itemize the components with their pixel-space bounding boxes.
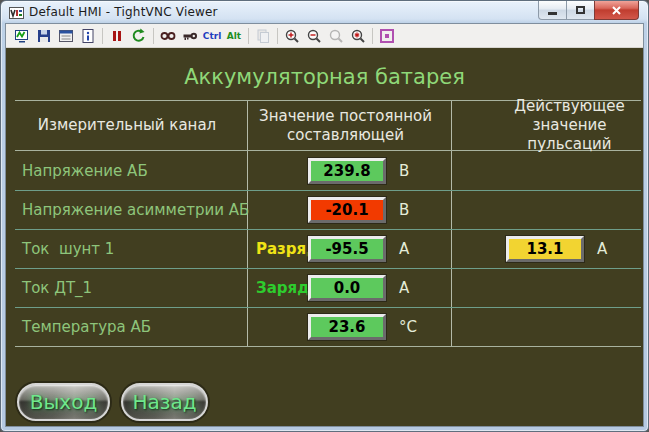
table-row: Напряжение АБ 239.8 В bbox=[15, 151, 641, 190]
info-icon bbox=[80, 28, 96, 44]
unit-label: °С bbox=[399, 318, 417, 336]
unit-label: А bbox=[399, 279, 409, 297]
send-ctrl-esc-button[interactable] bbox=[179, 26, 201, 46]
header-channel: Измерительный канал bbox=[15, 101, 248, 150]
back-button-label: Назад bbox=[133, 390, 197, 414]
maximize-button[interactable] bbox=[567, 1, 594, 20]
maximize-icon bbox=[576, 6, 585, 14]
dc-value: -20.1 bbox=[325, 201, 368, 219]
refresh-icon bbox=[131, 28, 147, 44]
dc-value: 23.6 bbox=[328, 318, 365, 336]
close-icon bbox=[611, 5, 622, 16]
full-screen-button[interactable] bbox=[376, 26, 398, 46]
alt-toggle-button[interactable]: Alt bbox=[223, 26, 245, 46]
ctrl-esc-icon bbox=[182, 28, 198, 44]
ripple-value: 13.1 bbox=[526, 240, 563, 258]
zoom-auto-icon bbox=[350, 28, 366, 44]
state-label: Заряд bbox=[256, 279, 308, 297]
transfer-files-button bbox=[252, 26, 274, 46]
toolbar: Ctrl Alt bbox=[6, 24, 643, 48]
transfer-files-icon bbox=[255, 28, 271, 44]
dc-value-box: -95.5 bbox=[308, 236, 386, 262]
measurement-table: Измерительный канал Значение постоянной … bbox=[15, 100, 641, 347]
tightvnc-app-icon bbox=[9, 5, 24, 19]
channel-label: Ток шунт 1 bbox=[15, 240, 114, 258]
toolbar-separator bbox=[372, 28, 373, 44]
exit-button[interactable]: Выход bbox=[17, 383, 110, 421]
zoom-out-icon bbox=[306, 28, 322, 44]
tightvnc-window: Default HMI - TightVNC Viewer bbox=[0, 0, 649, 432]
navigation-buttons: Выход Назад bbox=[17, 383, 208, 421]
dc-value: 239.8 bbox=[323, 162, 370, 180]
zoom-out-button[interactable] bbox=[303, 26, 325, 46]
connection-info-button[interactable] bbox=[77, 26, 99, 46]
new-connection-icon bbox=[14, 28, 30, 44]
hmi-screen: Аккумуляторная батарея Измерительный кан… bbox=[6, 49, 643, 426]
channel-label: Напряжение асимметрии АБ bbox=[15, 201, 249, 219]
dc-value-box: 239.8 bbox=[308, 158, 386, 184]
zoom-in-icon bbox=[284, 28, 300, 44]
toolbar-separator bbox=[153, 28, 154, 44]
exit-button-label: Выход bbox=[30, 390, 97, 414]
unit-label: В bbox=[399, 162, 409, 180]
unit-label: А bbox=[399, 240, 409, 258]
toolbar-separator bbox=[248, 28, 249, 44]
close-button[interactable] bbox=[594, 1, 639, 20]
state-label: Разряд bbox=[256, 240, 308, 258]
table-row: Ток ДТ_1 Заряд 0.0 А bbox=[15, 268, 641, 307]
window-title: Default HMI - TightVNC Viewer bbox=[29, 5, 218, 19]
channel-label: Температура АБ bbox=[15, 318, 151, 336]
page-title: Аккумуляторная батарея bbox=[6, 49, 643, 100]
ctrl-toggle-button[interactable]: Ctrl bbox=[201, 26, 223, 46]
pause-button[interactable] bbox=[106, 26, 128, 46]
window-titlebar: Default HMI - TightVNC Viewer bbox=[1, 1, 648, 23]
zoom-100-button bbox=[325, 26, 347, 46]
save-session-button[interactable] bbox=[33, 26, 55, 46]
table-row: Температура АБ 23.6 °С bbox=[15, 307, 641, 346]
ripple-value-box: 13.1 bbox=[506, 236, 584, 262]
connection-options-button[interactable] bbox=[55, 26, 77, 46]
unit-label: А bbox=[597, 240, 607, 258]
zoom-in-button[interactable] bbox=[281, 26, 303, 46]
window-controls bbox=[538, 1, 639, 20]
full-screen-icon bbox=[379, 28, 395, 44]
alt-toggle-label: Alt bbox=[227, 31, 241, 41]
minimize-button[interactable] bbox=[538, 1, 567, 20]
options-icon bbox=[58, 28, 74, 44]
dc-value-box: 0.0 bbox=[308, 275, 386, 301]
table-row: Напряжение асимметрии АБ -20.1 В bbox=[15, 190, 641, 229]
refresh-button[interactable] bbox=[128, 26, 150, 46]
zoom-100-icon bbox=[328, 28, 344, 44]
header-ripple-value: Действующее значение пульсаций bbox=[452, 101, 641, 150]
pause-icon bbox=[109, 28, 125, 44]
new-connection-button[interactable] bbox=[11, 26, 33, 46]
channel-label: Ток ДТ_1 bbox=[15, 279, 92, 297]
toolbar-separator bbox=[277, 28, 278, 44]
toolbar-separator bbox=[102, 28, 103, 44]
ctrl-toggle-label: Ctrl bbox=[203, 31, 221, 41]
dc-value-box: -20.1 bbox=[308, 197, 386, 223]
unit-label: В bbox=[399, 201, 409, 219]
dc-value: -95.5 bbox=[325, 240, 368, 258]
channel-label: Напряжение АБ bbox=[15, 162, 148, 180]
table-header-row: Измерительный канал Значение постоянной … bbox=[15, 101, 641, 151]
header-dc-value: Значение постоянной составляющей bbox=[248, 101, 452, 150]
ctrl-alt-del-icon bbox=[160, 28, 176, 44]
table-row: Ток шунт 1 Разряд -95.5 А 13.1 А bbox=[15, 229, 641, 268]
send-ctrl-alt-del-button[interactable] bbox=[157, 26, 179, 46]
dc-value-box: 23.6 bbox=[308, 314, 386, 340]
minimize-icon bbox=[548, 12, 557, 15]
save-icon bbox=[36, 28, 52, 44]
dc-value: 0.0 bbox=[334, 279, 361, 297]
zoom-auto-button[interactable] bbox=[347, 26, 369, 46]
back-button[interactable]: Назад bbox=[121, 383, 208, 421]
vnc-client-area: Ctrl Alt bbox=[5, 23, 644, 427]
